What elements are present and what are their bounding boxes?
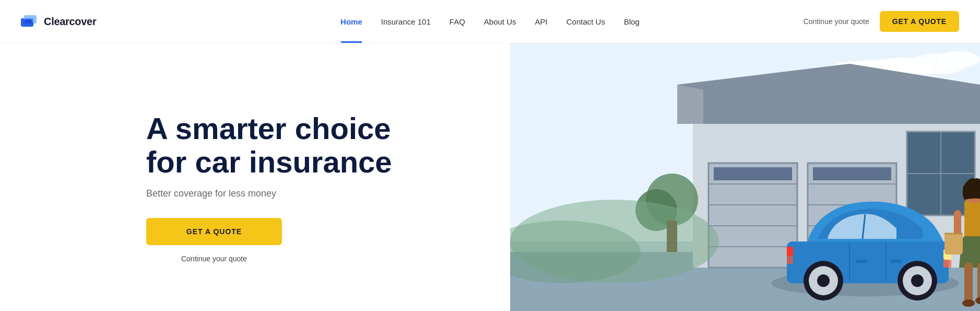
scene-illustration: [510, 43, 980, 311]
hero-continue-quote-link[interactable]: Continue your quote: [146, 255, 282, 263]
hero-illustration: [510, 43, 980, 311]
svg-point-45: [817, 274, 830, 287]
svg-point-7: [938, 51, 980, 68]
svg-point-60: [962, 300, 975, 307]
logo-icon: [21, 14, 40, 29]
hero-get-quote-button[interactable]: GET A QUOTE: [146, 218, 282, 245]
hero-title: A smarter choice for car insurance: [146, 112, 397, 179]
svg-rect-26: [813, 167, 891, 180]
svg-rect-56: [944, 234, 963, 255]
svg-rect-52: [890, 260, 902, 263]
nav-api[interactable]: API: [535, 15, 548, 28]
header-get-quote-button[interactable]: GET A QUOTE: [880, 11, 959, 32]
nav-insurance101[interactable]: Insurance 101: [381, 15, 431, 28]
hero-subtitle: Better coverage for less money: [146, 188, 397, 199]
svg-rect-41: [787, 247, 793, 256]
nav-faq[interactable]: FAQ: [450, 15, 465, 28]
svg-marker-12: [677, 85, 703, 124]
logo-text: Clearcover: [44, 16, 96, 28]
svg-rect-42: [787, 256, 793, 264]
site-header: Clearcover Home Insurance 101 FAQ About …: [0, 0, 980, 43]
logo[interactable]: Clearcover: [21, 14, 96, 29]
svg-rect-59: [977, 262, 980, 302]
svg-rect-51: [856, 260, 867, 263]
nav-about[interactable]: About Us: [484, 15, 516, 28]
nav-home[interactable]: Home: [340, 15, 362, 28]
svg-point-48: [911, 274, 924, 287]
hero-content: A smarter choice for car insurance Bette…: [0, 91, 397, 263]
nav-blog[interactable]: Blog: [624, 15, 640, 28]
svg-rect-53: [964, 200, 980, 241]
header-continue-quote-link[interactable]: Continue your quote: [804, 17, 869, 26]
nav-contact[interactable]: Contact Us: [566, 15, 605, 28]
svg-rect-58: [964, 262, 973, 304]
svg-rect-19: [714, 167, 792, 180]
main-nav: Home Insurance 101 FAQ About Us API Cont…: [340, 15, 640, 28]
header-actions: Continue your quote GET A QUOTE: [804, 11, 959, 32]
svg-rect-40: [943, 260, 951, 268]
hero-section: A smarter choice for car insurance Bette…: [0, 0, 980, 311]
